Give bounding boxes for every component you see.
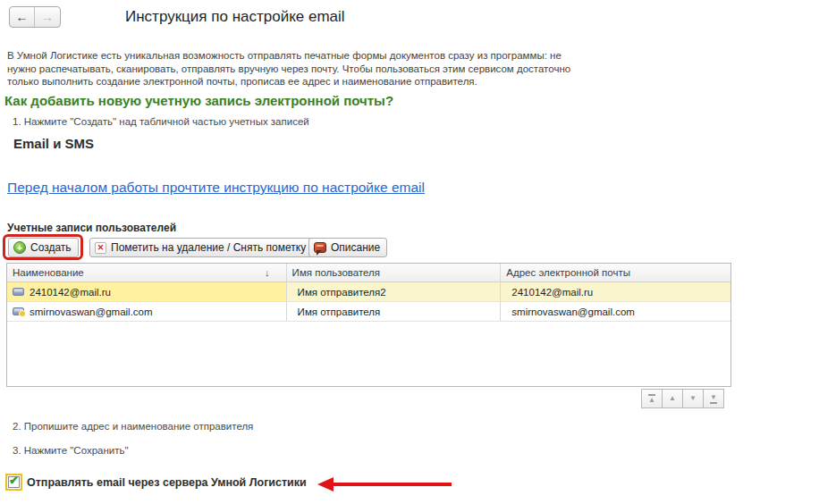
setup-instruction-link[interactable]: Перед началом работы прочтите инструкцию… bbox=[7, 180, 425, 196]
annotation-arrow bbox=[310, 477, 453, 491]
accounts-table-label: Учетные записи пользователей bbox=[7, 222, 176, 234]
scroll-top-icon: ▲ bbox=[648, 394, 655, 404]
cell-user[interactable]: Имя отправителя bbox=[287, 302, 502, 321]
scroll-bottom-icon: ▼ bbox=[710, 394, 717, 404]
scroll-down-icon: ▼ bbox=[689, 395, 697, 402]
mark-delete-button-label: Пометить на удаление / Снять пометку bbox=[111, 241, 306, 254]
table-row[interactable]: smirnovaswan@gmail.com Имя отправителя s… bbox=[7, 302, 730, 322]
section-heading: Как добавить новую учетную запись электр… bbox=[4, 93, 393, 108]
cell-name-text: 2410142@mail.ru bbox=[30, 287, 111, 298]
cell-user-text: Имя отправителя bbox=[298, 307, 381, 317]
step-1: 1. Нажмите "Создать" над табличной часть… bbox=[13, 116, 309, 127]
create-button-label: Создать bbox=[30, 241, 72, 254]
cell-email-text: 2410142@mail.ru bbox=[511, 287, 593, 298]
cell-user-text: Имя отправителя2 bbox=[298, 287, 386, 298]
email-account-icon bbox=[13, 288, 24, 296]
step-2: 2. Пропишите адрес и наименование отправ… bbox=[13, 421, 253, 432]
mark-delete-button[interactable]: ✕ Пометить на удаление / Снять пометку bbox=[89, 238, 313, 257]
delete-x-icon: ✕ bbox=[95, 242, 106, 254]
column-header-email[interactable]: Адрес электронной почты bbox=[501, 264, 730, 281]
column-header-email-label: Адрес электронной почты bbox=[506, 267, 630, 278]
scroll-up-icon: ▲ bbox=[669, 395, 676, 402]
description-button[interactable]: Описание bbox=[308, 238, 387, 257]
sort-descending-icon: ↓ bbox=[265, 267, 270, 278]
scroll-up-button[interactable]: ▲ bbox=[662, 389, 683, 408]
create-button[interactable]: + Создать bbox=[8, 238, 79, 257]
scroll-to-bottom-button[interactable]: ▼ bbox=[703, 389, 724, 408]
table-row[interactable]: 2410142@mail.ru Имя отправителя2 2410142… bbox=[7, 282, 730, 302]
page-title: Инструкция по настройке email bbox=[125, 8, 345, 26]
cell-email[interactable]: smirnovaswan@gmail.com bbox=[501, 302, 730, 321]
column-header-user[interactable]: Имя пользователя bbox=[287, 264, 502, 281]
cell-email[interactable]: 2410142@mail.ru bbox=[501, 282, 730, 301]
forward-button[interactable]: → bbox=[35, 7, 60, 27]
scroll-down-button[interactable]: ▼ bbox=[682, 389, 704, 408]
comment-bubble-icon bbox=[314, 242, 326, 253]
cell-user[interactable]: Имя отправителя2 bbox=[287, 282, 502, 301]
table-header-row: Наименование ↓ Имя пользователя Адрес эл… bbox=[7, 264, 730, 282]
table-pager: ▲ ▲ ▼ ▼ bbox=[642, 389, 724, 408]
checkmark-icon: ✔ bbox=[9, 474, 19, 487]
accounts-table: Наименование ↓ Имя пользователя Адрес эл… bbox=[6, 263, 731, 387]
back-arrow-icon: ← bbox=[16, 10, 29, 24]
intro-paragraph: В Умной Логистике есть уникальная возмож… bbox=[7, 49, 593, 88]
description-button-label: Описание bbox=[331, 241, 380, 254]
cell-name-text: smirnovaswan@gmail.com bbox=[30, 307, 153, 317]
embed-subtitle: Email и SMS bbox=[13, 136, 94, 151]
arrow-head-icon bbox=[310, 477, 334, 491]
column-header-name-label: Наименование bbox=[13, 267, 84, 278]
forward-arrow-icon: → bbox=[41, 10, 54, 24]
column-header-user-label: Имя пользователя bbox=[292, 267, 380, 278]
step-3: 3. Нажмите "Сохранить" bbox=[13, 445, 129, 456]
send-via-servers-label: Отправлять email через сервера Умной Лог… bbox=[27, 476, 307, 489]
cell-name[interactable]: smirnovaswan@gmail.com bbox=[7, 302, 287, 321]
column-header-name[interactable]: Наименование ↓ bbox=[7, 264, 287, 281]
cell-name[interactable]: 2410142@mail.ru bbox=[7, 282, 287, 301]
arrow-shaft bbox=[325, 483, 452, 486]
back-button[interactable]: ← bbox=[10, 7, 35, 27]
checkbox-box: ✔ bbox=[8, 476, 20, 488]
cell-email-text: smirnovaswan@gmail.com bbox=[511, 307, 635, 317]
scroll-to-top-button[interactable]: ▲ bbox=[641, 389, 663, 408]
email-account-icon bbox=[13, 307, 24, 315]
history-nav-group: ← → bbox=[9, 6, 61, 28]
send-via-servers-checkbox[interactable]: ✔ bbox=[5, 474, 22, 491]
plus-icon: + bbox=[13, 241, 26, 254]
